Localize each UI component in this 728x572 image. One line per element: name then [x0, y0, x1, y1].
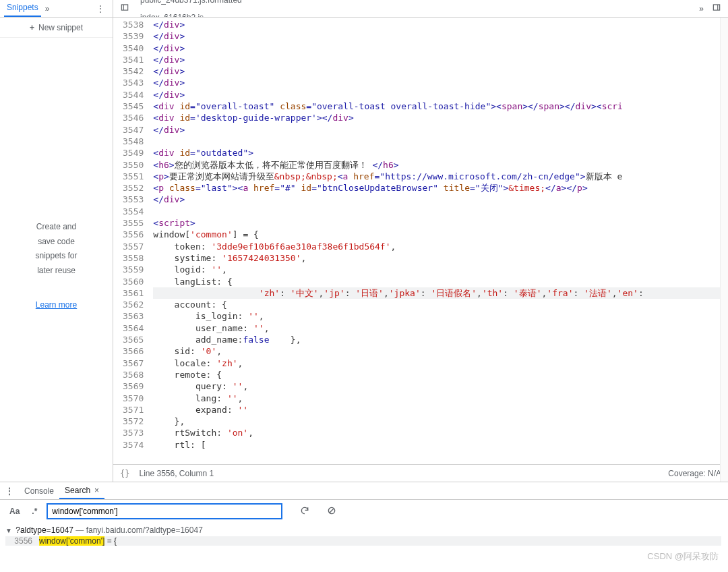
file-tab[interactable]: public_24db371.js:formatted	[133, 0, 249, 9]
tabs-overflow-icon[interactable]: »	[695, 4, 708, 13]
svg-line-5	[330, 509, 334, 513]
chevron-down-icon: ▼	[5, 527, 12, 534]
code-editor[interactable]: 3538 3539 3540 3541 3542 3543 3544 3545 …	[113, 18, 728, 482]
new-snippet-button[interactable]: + New snippet	[0, 18, 113, 38]
drawer-header: ⋮ Console Search ×	[0, 482, 728, 500]
close-icon[interactable]: ×	[94, 486, 99, 495]
svg-rect-2	[713, 5, 719, 10]
sidebar: + New snippet Create and save code snipp…	[0, 18, 113, 482]
tab-search[interactable]: Search ×	[59, 483, 104, 499]
search-input[interactable]	[47, 503, 282, 519]
new-snippet-label: New snippet	[38, 23, 83, 32]
nav-left-icon[interactable]	[116, 3, 133, 14]
svg-rect-0	[121, 5, 127, 10]
file-tabs-bar: ?aldtype=16047×public_24db371.js:formatt…	[113, 0, 728, 17]
vertical-scrollbar[interactable]	[720, 18, 728, 482]
regex-icon[interactable]: .*	[29, 507, 40, 516]
result-file[interactable]: ▼ ?aldtype=16047 — fanyi.baidu.com/?aldt…	[5, 525, 721, 535]
chevron-right-icon[interactable]: »	[41, 4, 54, 13]
watermark: CSDN @阿呆攻防	[647, 550, 719, 563]
clear-icon[interactable]	[327, 506, 336, 517]
plus-icon: +	[30, 23, 34, 32]
main-area: + New snippet Create and save code snipp…	[0, 18, 728, 482]
tab-console[interactable]: Console	[19, 484, 59, 498]
cursor-position: Line 3556, Column 1	[139, 469, 214, 478]
search-toolbar: Aa .*	[0, 500, 728, 523]
search-results: ▼ ?aldtype=16047 — fanyi.baidu.com/?aldt…	[0, 525, 728, 550]
snippets-panel-header: Snippets » ⋮	[0, 0, 113, 17]
result-line[interactable]: 3556 window['common'] = {	[5, 536, 721, 546]
sidebar-placeholder: Create and save code snippets for later …	[0, 220, 113, 313]
refresh-icon[interactable]	[300, 506, 309, 517]
snippets-tab[interactable]: Snippets	[4, 0, 41, 17]
editor-status-bar: {} Line 3556, Column 1 Coverage: N/A	[113, 464, 728, 482]
result-line-number: 3556	[5, 536, 39, 546]
drawer-more-icon[interactable]: ⋮	[4, 486, 19, 496]
match-case-icon[interactable]: Aa	[7, 507, 22, 516]
coverage-status: Coverage: N/A	[668, 469, 721, 478]
line-gutter: 3538 3539 3540 3541 3542 3543 3544 3545 …	[113, 18, 150, 464]
nav-right-icon[interactable]	[708, 3, 725, 14]
top-toolbar: Snippets » ⋮ ?aldtype=16047×public_24db3…	[0, 0, 728, 18]
learn-more-link[interactable]: Learn more	[36, 298, 77, 313]
format-icon[interactable]: {}	[120, 469, 129, 478]
code-content[interactable]: </div> </div> </div> </div> </div> </div…	[150, 18, 728, 464]
file-tab[interactable]: index_61616b2.js	[133, 9, 249, 18]
more-icon[interactable]: ⋮	[92, 4, 109, 13]
